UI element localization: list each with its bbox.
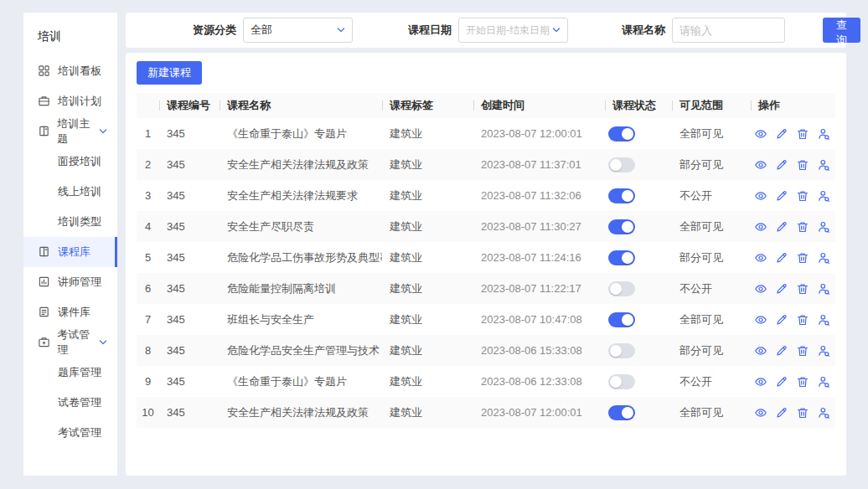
edit-icon[interactable] bbox=[775, 158, 788, 172]
sidebar-subitem-exam[interactable]: 考试管理 bbox=[23, 418, 117, 448]
visibility-cell: 不公开 bbox=[672, 188, 751, 203]
delete-icon[interactable] bbox=[796, 251, 809, 265]
sidebar-subitem-test-paper[interactable]: 试卷管理 bbox=[23, 388, 117, 418]
status-toggle[interactable] bbox=[608, 343, 635, 358]
view-icon[interactable] bbox=[754, 158, 767, 172]
edit-icon[interactable] bbox=[775, 127, 788, 141]
actions-cell bbox=[751, 313, 835, 327]
course-tag-cell: 建筑业 bbox=[382, 281, 473, 296]
assign-icon[interactable] bbox=[817, 127, 830, 141]
sidebar-item-topics[interactable]: 培训主题 bbox=[23, 116, 117, 147]
date-range-picker[interactable]: 开始日期-结束日期 bbox=[458, 18, 568, 43]
delete-icon[interactable] bbox=[796, 313, 809, 327]
course-code-cell: 345 bbox=[159, 313, 220, 326]
delete-icon[interactable] bbox=[796, 158, 809, 172]
course-name-input[interactable] bbox=[672, 18, 785, 43]
search-button[interactable]: 查询 bbox=[823, 18, 860, 43]
status-toggle[interactable] bbox=[608, 157, 635, 172]
course-code-cell: 345 bbox=[159, 251, 220, 264]
actions-cell bbox=[751, 344, 835, 358]
edit-icon[interactable] bbox=[775, 251, 788, 265]
view-icon[interactable] bbox=[754, 406, 767, 420]
course-name-cell: 安全生产相关法律法规及政策 bbox=[220, 405, 382, 420]
delete-icon[interactable] bbox=[796, 344, 809, 358]
status-toggle[interactable] bbox=[608, 188, 635, 203]
delete-icon[interactable] bbox=[796, 220, 809, 234]
category-select[interactable]: 全部 bbox=[243, 18, 353, 43]
visibility-cell: 全部可见 bbox=[672, 405, 751, 420]
sidebar-subitem-training-type[interactable]: 培训类型 bbox=[23, 207, 117, 237]
course-code-cell: 345 bbox=[159, 220, 220, 233]
assign-icon[interactable] bbox=[817, 282, 830, 296]
view-icon[interactable] bbox=[754, 313, 767, 327]
delete-icon[interactable] bbox=[796, 375, 809, 389]
status-toggle[interactable] bbox=[608, 405, 635, 420]
sidebar-subitem-face-training[interactable]: 面授培训 bbox=[23, 147, 117, 177]
delete-icon[interactable] bbox=[796, 282, 809, 296]
topic-icon bbox=[38, 125, 50, 138]
sidebar-item-course-library[interactable]: 课程库 bbox=[23, 237, 117, 267]
assign-icon[interactable] bbox=[817, 406, 830, 420]
view-icon[interactable] bbox=[754, 251, 767, 265]
status-toggle[interactable] bbox=[608, 126, 635, 142]
edit-icon[interactable] bbox=[775, 313, 788, 327]
course-name-cell: 安全生产相关法律法规及政策 bbox=[220, 157, 382, 172]
edit-icon[interactable] bbox=[775, 375, 788, 389]
status-toggle[interactable] bbox=[608, 250, 635, 265]
sidebar-item-exam-management[interactable]: 考试管理 bbox=[23, 327, 117, 358]
sidebar-subitem-online-training[interactable]: 线上培训 bbox=[23, 177, 117, 207]
view-icon[interactable] bbox=[754, 189, 767, 203]
toggle-knob bbox=[610, 283, 622, 295]
plan-icon bbox=[38, 95, 51, 108]
table-row: 4345安全生产尽职尽责建筑业2023-08-07 11:30:27全部可见 bbox=[137, 211, 835, 242]
row-index: 1 bbox=[137, 127, 159, 140]
sidebar-item-label: 课件库 bbox=[58, 305, 90, 320]
toggle-knob bbox=[622, 314, 633, 326]
edit-icon[interactable] bbox=[775, 220, 788, 234]
assign-icon[interactable] bbox=[817, 189, 830, 203]
row-index: 6 bbox=[137, 282, 159, 295]
sidebar-item-lecturers[interactable]: 讲师管理 bbox=[23, 267, 117, 297]
delete-icon[interactable] bbox=[796, 189, 809, 203]
row-index: 10 bbox=[137, 406, 159, 419]
created-time-cell: 2023-08-07 12:00:01 bbox=[473, 406, 605, 419]
course-name-cell: 安全生产尽职尽责 bbox=[220, 219, 382, 234]
assign-icon[interactable] bbox=[817, 158, 830, 172]
table-row: 6345危险能量控制隔离培训建筑业2023-08-07 11:22:17不公开 bbox=[137, 273, 835, 304]
status-toggle[interactable] bbox=[608, 219, 635, 234]
course-code-cell: 345 bbox=[159, 127, 220, 140]
view-icon[interactable] bbox=[754, 344, 767, 358]
assign-icon[interactable] bbox=[817, 344, 830, 358]
table-row: 2345安全生产相关法律法规及政策建筑业2023-08-07 11:37:01部… bbox=[137, 149, 835, 180]
edit-icon[interactable] bbox=[775, 344, 788, 358]
view-icon[interactable] bbox=[754, 282, 767, 296]
sidebar-item-label: 考试管理 bbox=[57, 327, 99, 358]
assign-icon[interactable] bbox=[817, 375, 830, 389]
sidebar-item-dashboard[interactable]: 培训看板 bbox=[23, 56, 117, 86]
status-cell bbox=[605, 281, 672, 296]
assign-icon[interactable] bbox=[817, 251, 830, 265]
edit-icon[interactable] bbox=[775, 282, 788, 296]
new-course-button[interactable]: 新建课程 bbox=[137, 61, 202, 85]
assign-icon[interactable] bbox=[817, 313, 830, 327]
sidebar-item-courseware[interactable]: 课件库 bbox=[23, 297, 117, 327]
delete-icon[interactable] bbox=[796, 406, 809, 420]
table-row: 5345危险化学品工伤事故形势及典型事故案例建筑业2023-08-07 11:2… bbox=[137, 242, 835, 273]
edit-icon[interactable] bbox=[775, 189, 788, 203]
sidebar-item-plan[interactable]: 培训计划 bbox=[23, 86, 117, 116]
status-toggle[interactable] bbox=[608, 281, 635, 296]
view-icon[interactable] bbox=[754, 375, 767, 389]
toggle-knob bbox=[622, 407, 633, 419]
header-course-tag: 课程标签 bbox=[382, 98, 473, 113]
edit-icon[interactable] bbox=[775, 406, 788, 420]
view-icon[interactable] bbox=[754, 220, 767, 234]
sidebar-subitem-question-bank[interactable]: 题库管理 bbox=[23, 358, 117, 388]
assign-icon[interactable] bbox=[817, 220, 830, 234]
header-course-code: 课程编号 bbox=[159, 98, 220, 113]
delete-icon[interactable] bbox=[796, 127, 809, 141]
visibility-cell: 不公开 bbox=[672, 374, 751, 389]
course-name-cell: 危险能量控制隔离培训 bbox=[220, 281, 382, 296]
status-toggle[interactable] bbox=[608, 374, 635, 389]
status-toggle[interactable] bbox=[608, 312, 635, 327]
view-icon[interactable] bbox=[754, 127, 767, 141]
